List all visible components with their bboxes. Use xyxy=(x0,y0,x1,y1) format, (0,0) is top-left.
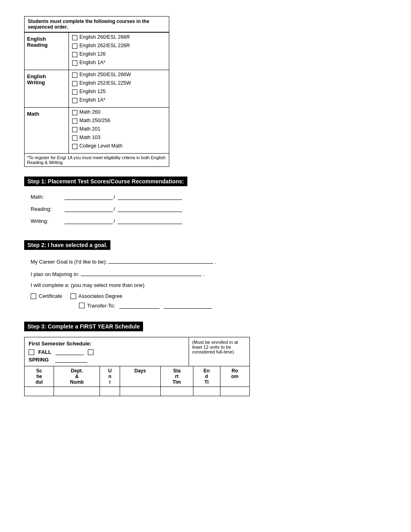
course-item[interactable]: Math 103 xyxy=(72,135,166,141)
col-room: Room xyxy=(220,366,249,387)
writing-recommendation-input[interactable] xyxy=(118,218,182,224)
course-item[interactable]: English 250/ESL 266W xyxy=(72,72,166,78)
course-item[interactable]: Math 260 xyxy=(72,109,166,115)
course-item[interactable]: English 252/ESL 225W xyxy=(72,80,166,86)
course-label: English 126 xyxy=(79,51,106,57)
course-item[interactable]: English 262/ESL 226R xyxy=(72,43,166,49)
course-item[interactable]: English 1A* xyxy=(72,97,166,103)
step3-section: Step 3: Complete a FIRST YEAR Schedule F… xyxy=(24,314,387,396)
spring-line: SPRING xyxy=(29,357,185,363)
career-goal-field[interactable] xyxy=(108,257,213,264)
step2-header: Step 2: I have selected a goal. xyxy=(24,240,110,250)
course-table-footnote: *To register for Engl 1A you must meet e… xyxy=(25,153,169,166)
english-1a-reading-checkbox[interactable] xyxy=(72,60,77,66)
english-reading-section: EnglishReading English 260/ESL 266R Engl… xyxy=(25,32,169,70)
course-label: English 1A* xyxy=(79,60,106,65)
writing-score-input[interactable] xyxy=(64,218,113,224)
math-score-label: Math: xyxy=(31,194,63,200)
english-260-checkbox[interactable] xyxy=(72,35,77,40)
math-recommendation-input[interactable] xyxy=(118,193,182,200)
english-reading-label: EnglishReading xyxy=(25,33,69,70)
english-125-checkbox[interactable] xyxy=(72,89,77,95)
math-score-line: Math: / xyxy=(31,193,380,200)
cell-days xyxy=(120,387,160,396)
col-days: Days xyxy=(120,366,160,387)
course-label: Math 260 xyxy=(79,109,100,115)
course-item[interactable]: English 1A* xyxy=(72,60,166,66)
col-dept: Dept.&Numb xyxy=(54,366,100,387)
course-label: Math 201 xyxy=(79,126,100,132)
course-item[interactable]: English 125 xyxy=(72,89,166,95)
course-label: College Level Math xyxy=(79,143,122,149)
reading-recommendation-input[interactable] xyxy=(118,206,182,212)
course-sequence-table: Students must complete the following cou… xyxy=(24,16,169,167)
english-writing-label: EnglishWriting xyxy=(25,70,69,107)
math-103-checkbox[interactable] xyxy=(72,135,77,141)
math-201-checkbox[interactable] xyxy=(72,127,77,132)
cell-start xyxy=(160,387,193,396)
completion-options-row: Certificate Associates Degree xyxy=(31,293,380,299)
transfer-field-1[interactable] xyxy=(119,302,160,309)
certificate-label: Certificate xyxy=(39,293,62,299)
english-262-checkbox[interactable] xyxy=(72,44,77,49)
transfer-field-2[interactable] xyxy=(164,302,212,309)
reading-score-input[interactable] xyxy=(64,206,113,212)
fall-input[interactable] xyxy=(56,349,84,355)
certificate-checkbox[interactable] xyxy=(31,293,36,299)
step2-section: Step 2: I have selected a goal. My Caree… xyxy=(24,233,387,314)
transfer-checkbox[interactable] xyxy=(79,303,85,308)
course-label: English 1A* xyxy=(79,97,106,103)
fall-checkbox-2[interactable] xyxy=(88,349,93,355)
enroll-note: (Must be enrolled in at least 12 units t… xyxy=(189,337,249,366)
course-label: English 252/ESL 225W xyxy=(79,80,131,86)
associates-label: Associates Degree xyxy=(79,293,122,299)
majoring-label: I plan on Majoring in: xyxy=(31,271,79,277)
col-start: StartTim xyxy=(160,366,193,387)
cell-units xyxy=(100,387,120,396)
college-level-math-checkbox[interactable] xyxy=(72,144,77,149)
math-section: Math Math 260 Math 250/256 Math 201 Math… xyxy=(25,107,169,153)
writing-score-label: Writing: xyxy=(31,218,63,224)
majoring-line: I plan on Majoring in: . xyxy=(31,270,380,277)
semester-header: First Semester Schedule: FALL SPRING (Mu… xyxy=(24,337,250,366)
semester-left-panel: First Semester Schedule: FALL SPRING xyxy=(25,337,189,366)
course-item[interactable]: Math 250/256 xyxy=(72,118,166,124)
spring-input[interactable] xyxy=(55,357,87,363)
associates-checkbox[interactable] xyxy=(71,293,76,299)
schedule-table: Schedul Dept.&Numb Uni Days StartTim End… xyxy=(24,366,250,396)
english-250-checkbox[interactable] xyxy=(72,73,77,78)
majoring-field[interactable] xyxy=(81,270,201,276)
completion-label: I will complete a: (you may select more … xyxy=(31,282,145,288)
math-250-checkbox[interactable] xyxy=(72,118,77,124)
english-writing-courses: English 250/ESL 266W English 252/ESL 225… xyxy=(69,70,169,107)
math-score-input[interactable] xyxy=(64,193,113,200)
reading-score-line: Reading: / xyxy=(31,206,380,212)
course-table-header: Students must complete the following cou… xyxy=(25,17,169,32)
course-item[interactable]: English 126 xyxy=(72,51,166,57)
english-writing-section: EnglishWriting English 250/ESL 266W Engl… xyxy=(25,70,169,107)
step1-header: Step 1: Placement Test Scores/Course Rec… xyxy=(24,177,187,186)
english-252-checkbox[interactable] xyxy=(72,81,77,86)
fall-checkbox[interactable] xyxy=(29,349,34,355)
fall-label: FALL xyxy=(38,349,52,355)
math-260-checkbox[interactable] xyxy=(72,110,77,115)
table-row xyxy=(25,387,250,396)
course-item[interactable]: College Level Math xyxy=(72,143,166,149)
table-header-row: Schedul Dept.&Numb Uni Days StartTim End… xyxy=(25,366,250,387)
step3-header: Step 3: Complete a FIRST YEAR Schedule xyxy=(24,322,143,331)
cell-dept xyxy=(54,387,100,396)
transfer-row: Transfer-To: xyxy=(79,302,380,309)
certificate-option[interactable]: Certificate xyxy=(31,293,62,299)
completion-label-line: I will complete a: (you may select more … xyxy=(31,282,380,288)
english-1a-writing-checkbox[interactable] xyxy=(72,98,77,103)
course-item[interactable]: Math 201 xyxy=(72,126,166,132)
associates-option[interactable]: Associates Degree xyxy=(71,293,122,299)
course-item[interactable]: English 260/ESL 266R xyxy=(72,34,166,40)
col-units: Uni xyxy=(100,366,120,387)
fall-line: FALL xyxy=(29,349,185,355)
col-end: EndTi xyxy=(193,366,220,387)
first-semester-label: First Semester Schedule: xyxy=(29,341,185,347)
course-label: English 260/ESL 266R xyxy=(79,34,130,40)
english-126-checkbox[interactable] xyxy=(72,52,77,57)
reading-score-label: Reading: xyxy=(31,206,63,212)
